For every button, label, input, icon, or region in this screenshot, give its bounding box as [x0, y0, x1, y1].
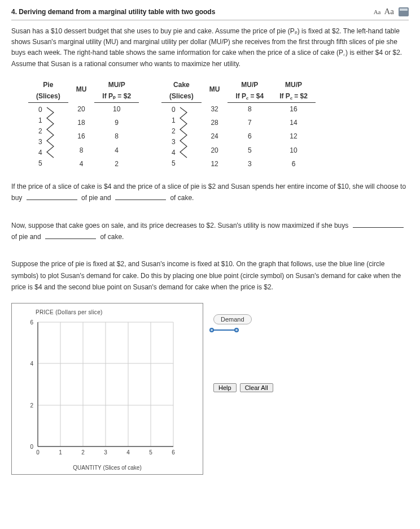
- blank-cake-1[interactable]: [115, 192, 166, 200]
- cell: 6: [272, 157, 316, 171]
- x-tick: 0: [36, 449, 40, 456]
- demand-legend-tool[interactable]: Demand: [213, 314, 252, 332]
- cell: 6: [228, 129, 272, 143]
- demand-line-icon: [210, 328, 252, 332]
- cake-slice: 4: [172, 148, 176, 158]
- cell: 28: [202, 116, 228, 129]
- cell: 2: [94, 157, 139, 171]
- q1-text-c: of cake.: [170, 194, 194, 202]
- cell: 20: [202, 144, 228, 157]
- pie-h2: MU: [68, 80, 95, 103]
- y-tick: 0: [30, 444, 33, 450]
- cake-h2: MU: [202, 80, 228, 103]
- graph-box: PRICE (Dollars per slice): [11, 303, 203, 475]
- cake-table: Cake MU MU/P MU/P (Slices) If P꜀ = $4 If…: [161, 80, 316, 171]
- x-tick: 2: [81, 449, 85, 456]
- zigzag-icon: [46, 105, 55, 162]
- cake-slice: 2: [172, 127, 176, 136]
- cake-slice: 1: [172, 116, 176, 125]
- pie-slice: 4: [38, 148, 42, 158]
- cake-h1b: (Slices): [161, 91, 202, 103]
- cake-h4b: If P꜀ = $2: [272, 91, 316, 103]
- y-tick: 6: [30, 319, 33, 326]
- cell: 10: [272, 144, 316, 157]
- y-axis-title: PRICE (Dollars per slice): [36, 309, 197, 315]
- x-axis-title: QUANTITY (Slices of cake): [18, 465, 197, 471]
- font-increase-button[interactable]: Aa: [384, 7, 395, 16]
- cell: 16: [68, 129, 95, 143]
- blank-pie-2[interactable]: [353, 220, 404, 228]
- q2-text-c: of cake.: [100, 233, 124, 241]
- cell: 32: [202, 102, 228, 116]
- x-tick: 5: [149, 449, 152, 456]
- calculator-icon[interactable]: [399, 7, 409, 16]
- pie-table: Pie MU MU/P (Slices) If Pₚ = $2 0 1 2 3 …: [28, 80, 139, 171]
- cell: 3: [228, 157, 272, 171]
- cell: 20: [68, 102, 95, 116]
- cake-slice: 3: [172, 137, 176, 147]
- cell: 14: [272, 116, 316, 129]
- pie-h3: MU/P: [94, 80, 139, 91]
- cell: 8: [94, 129, 139, 143]
- question-title: 4. Deriving demand from a marginal utili…: [11, 8, 370, 16]
- cake-slice: 0: [172, 105, 176, 115]
- blank-cake-2[interactable]: [45, 231, 96, 239]
- cell: 8: [68, 144, 95, 157]
- cell: 4: [94, 144, 139, 157]
- font-decrease-button[interactable]: Aa: [374, 8, 381, 15]
- cell: 10: [94, 102, 139, 116]
- y-tick: 2: [30, 402, 33, 409]
- cake-slice: 5: [172, 159, 176, 168]
- q1-text-b: of pie and: [81, 194, 113, 202]
- pie-slice: 5: [38, 159, 42, 168]
- q2-text-a: Now, suppose that cake goes on sale, and…: [11, 222, 351, 229]
- demand-label: Demand: [213, 314, 252, 324]
- question-2: Now, suppose that cake goes on sale, and…: [11, 220, 409, 243]
- x-tick: 3: [104, 449, 107, 456]
- graph-plot-area[interactable]: 0 2 4 6 0 1 2 3 4 5 6: [21, 316, 190, 463]
- pie-h3b: If Pₚ = $2: [94, 91, 139, 103]
- cell: 24: [202, 129, 228, 143]
- y-tick: 4: [30, 361, 33, 367]
- zigzag-icon: [179, 105, 188, 162]
- cell: 12: [202, 157, 228, 171]
- cell: 8: [228, 102, 272, 116]
- question-1: If the price of a slice of cake is $4 an…: [11, 181, 409, 204]
- cell: 5: [228, 144, 272, 157]
- pie-slice: 1: [38, 116, 42, 125]
- pie-slice: 0: [38, 105, 42, 115]
- clear-all-button[interactable]: Clear All: [240, 383, 273, 392]
- cell: 16: [272, 102, 316, 116]
- cell: 9: [94, 116, 139, 129]
- q2-text-b: of pie and: [11, 233, 43, 241]
- cell: 7: [228, 116, 272, 129]
- cell: 4: [68, 157, 95, 171]
- cell: 12: [272, 129, 316, 143]
- question-3: Suppose the price of pie is fixed at $2,…: [11, 258, 409, 293]
- cake-h3b: If P꜀ = $4: [228, 91, 272, 103]
- pie-h1: Pie: [28, 80, 68, 91]
- cell: 18: [68, 116, 95, 129]
- x-tick: 6: [172, 449, 175, 456]
- x-tick: 4: [126, 449, 130, 456]
- cake-h4: MU/P: [272, 80, 316, 91]
- pie-slice: 2: [38, 127, 42, 136]
- help-button[interactable]: Help: [213, 383, 237, 392]
- pie-slice: 3: [38, 137, 42, 147]
- x-tick: 1: [59, 449, 62, 456]
- pie-h1b: (Slices): [28, 91, 68, 103]
- cake-h1: Cake: [161, 80, 202, 91]
- intro-text: Susan has a $10 dessert budget that she …: [11, 26, 409, 70]
- blank-pie-1[interactable]: [27, 192, 77, 200]
- cake-h3: MU/P: [228, 80, 272, 91]
